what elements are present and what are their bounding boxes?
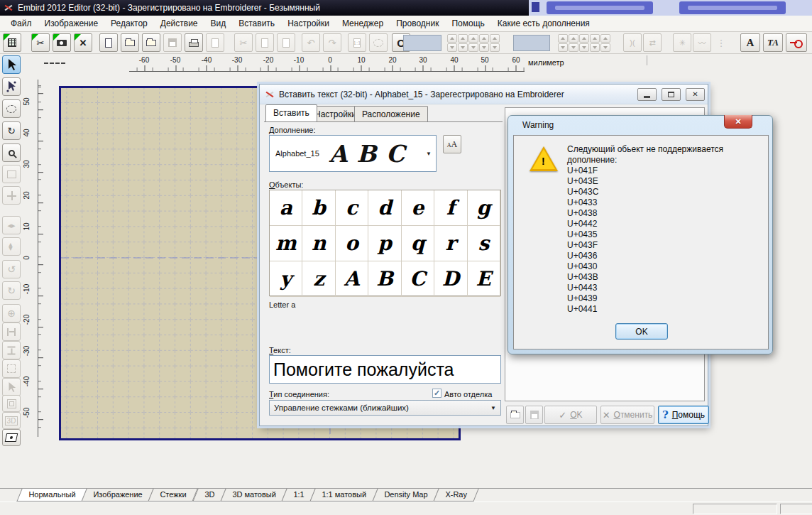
- stitch-join-button[interactable]: ⇄: [643, 33, 662, 52]
- view-tab-normal[interactable]: Нормальный: [16, 489, 87, 502]
- menu-settings[interactable]: Настройки: [281, 16, 336, 31]
- auto-finish-checkbox[interactable]: ✓: [432, 389, 441, 398]
- stitch-edit-button[interactable]: ✳: [673, 33, 691, 52]
- new-document-button[interactable]: [99, 33, 118, 52]
- letter-cell[interactable]: B: [368, 261, 401, 297]
- center-in-hoop-tool[interactable]: ⊕: [2, 304, 21, 322]
- letter-cell[interactable]: r: [434, 226, 467, 261]
- spin-up-button[interactable]: [569, 34, 578, 43]
- redo-button[interactable]: ↷: [323, 33, 341, 52]
- compensation-button[interactable]: 〰: [693, 33, 711, 52]
- center-horizontal-tool[interactable]: [2, 322, 21, 341]
- save-settings-button[interactable]: [525, 406, 543, 424]
- spin-up-button[interactable]: [558, 34, 568, 43]
- menu-view[interactable]: Вид: [204, 16, 233, 31]
- ok-button[interactable]: ✓OK: [544, 406, 597, 424]
- height-value-field[interactable]: [513, 35, 550, 51]
- maximize-button[interactable]: [662, 88, 681, 101]
- open-design-button[interactable]: [121, 33, 139, 52]
- letter-cell[interactable]: s: [468, 226, 500, 261]
- menu-help[interactable]: Помощь: [445, 16, 490, 31]
- spin-down-button[interactable]: [468, 43, 478, 52]
- view-tab-stitches[interactable]: Стежки: [148, 489, 198, 502]
- stitch-curve-button[interactable]: )(: [623, 33, 642, 52]
- width-value-field[interactable]: [403, 35, 441, 51]
- connection-type-combo[interactable]: Управление стежками (ближайших) ▼: [269, 400, 501, 416]
- menu-image[interactable]: Изображение: [38, 16, 105, 31]
- spin-down-button[interactable]: [490, 43, 500, 52]
- view-tab-density-map[interactable]: Density Map: [373, 489, 439, 502]
- flip-vertical-tool[interactable]: ◂▸: [2, 237, 21, 256]
- letter-cell[interactable]: C: [402, 261, 434, 297]
- menu-editor[interactable]: Редактор: [104, 16, 154, 31]
- text-tools-button[interactable]: TA: [763, 33, 783, 52]
- letter-cell[interactable]: m: [270, 226, 302, 261]
- insert-text-button[interactable]: A: [740, 33, 760, 52]
- letter-cell[interactable]: z: [302, 261, 335, 297]
- rotate-tool[interactable]: ↻: [2, 121, 21, 140]
- cancel-button[interactable]: ✕Отменить: [600, 406, 654, 424]
- menu-addons-question[interactable]: Какие есть дополнения: [491, 16, 596, 31]
- spin-up-button[interactable]: [479, 34, 489, 43]
- letter-cell[interactable]: g: [468, 190, 500, 226]
- zoom-1to1-button[interactable]: 1:1: [348, 33, 366, 52]
- print-button[interactable]: [185, 33, 203, 52]
- letter-cell[interactable]: o: [336, 226, 368, 261]
- paste-button[interactable]: [277, 33, 295, 52]
- rotate-cw-tool[interactable]: ↻: [2, 281, 21, 300]
- spin-up-button[interactable]: [490, 34, 500, 43]
- letter-cell[interactable]: p: [368, 226, 401, 261]
- view-tab-xray[interactable]: X-Ray: [434, 489, 479, 502]
- 3d-view-tool[interactable]: 3D: [2, 412, 21, 429]
- select-tool[interactable]: [2, 55, 21, 74]
- view-tab-image[interactable]: Изображение: [82, 489, 155, 502]
- letter-cell[interactable]: n: [302, 226, 335, 261]
- menu-explorer[interactable]: Проводник: [390, 16, 445, 31]
- font-size-button[interactable]: AA: [443, 135, 461, 153]
- embird-editor-button[interactable]: ✂: [31, 33, 50, 52]
- stitch-cursor-tool[interactable]: [2, 378, 21, 396]
- minimize-button[interactable]: [637, 88, 657, 101]
- load-settings-button[interactable]: [506, 406, 524, 424]
- embird-manager-button[interactable]: [3, 33, 21, 52]
- spin-up-button[interactable]: [447, 34, 457, 43]
- save-button[interactable]: [163, 33, 182, 52]
- spin-down-button[interactable]: [458, 43, 468, 52]
- letter-cell[interactable]: q: [402, 226, 434, 261]
- spin-down-button[interactable]: [600, 43, 610, 52]
- cut-button[interactable]: ✂: [234, 33, 253, 52]
- menu-action[interactable]: Действие: [154, 16, 204, 31]
- spin-up-button[interactable]: [590, 34, 600, 43]
- resize-mode-tool[interactable]: [2, 165, 21, 183]
- text-input[interactable]: [269, 355, 501, 384]
- freehand-select-tool[interactable]: [2, 99, 21, 118]
- menu-file[interactable]: Файл: [4, 16, 38, 31]
- close-button[interactable]: ✕: [686, 88, 705, 101]
- warning-close-button[interactable]: ✕: [724, 115, 752, 129]
- letter-cell[interactable]: d: [368, 190, 401, 226]
- letter-cell[interactable]: c: [336, 190, 368, 226]
- move-mode-tool[interactable]: [2, 186, 21, 205]
- spin-down-button[interactable]: [447, 43, 457, 52]
- letter-cell[interactable]: D: [434, 261, 467, 297]
- block-select-tool[interactable]: [2, 359, 21, 378]
- alphabet-combo[interactable]: Alphabet_15 ABC ▼: [269, 135, 437, 172]
- spin-down-button[interactable]: [569, 43, 578, 52]
- spin-up-button[interactable]: [600, 34, 610, 43]
- warning-ok-button[interactable]: OK: [615, 323, 668, 340]
- node-edit-tool[interactable]: [2, 77, 21, 96]
- zoom-selection-button[interactable]: [369, 33, 388, 52]
- menu-insert[interactable]: Вставить: [232, 16, 281, 31]
- center-vertical-tool[interactable]: [2, 341, 21, 359]
- spin-down-button[interactable]: [558, 43, 568, 52]
- zoom-tool[interactable]: [2, 143, 21, 162]
- tab-layout[interactable]: Расположение: [354, 106, 428, 121]
- spin-down-button[interactable]: [579, 43, 589, 52]
- help-button[interactable]: ?Помощь: [658, 406, 709, 424]
- tab-insert[interactable]: Вставить: [265, 104, 317, 121]
- close-design-button[interactable]: ✕: [74, 33, 92, 52]
- frame-view-tool[interactable]: [2, 395, 21, 412]
- spin-down-button[interactable]: [590, 43, 600, 52]
- fabric-view-tool[interactable]: [2, 429, 21, 446]
- flip-horizontal-tool[interactable]: ◂▸: [2, 216, 21, 234]
